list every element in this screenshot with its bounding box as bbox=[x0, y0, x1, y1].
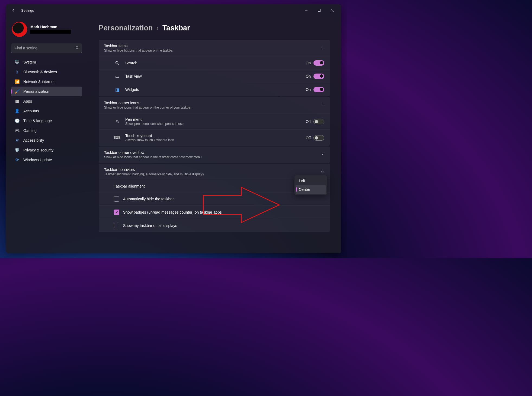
row-search[interactable]: Search On bbox=[99, 56, 330, 69]
profile-name: Mark Hachman bbox=[30, 25, 71, 29]
accessibility-icon: ✲ bbox=[15, 138, 20, 143]
section-corner-icons: Taskbar corner icons Show or hide icons … bbox=[99, 97, 330, 146]
nav-label: Windows Update bbox=[23, 158, 52, 162]
row-label: Widgets bbox=[125, 87, 139, 92]
nav-time-language[interactable]: 🕒Time & language bbox=[11, 116, 82, 126]
row-label: Automatically hide the taskbar bbox=[123, 197, 174, 201]
search-box[interactable] bbox=[11, 43, 82, 53]
search-input[interactable] bbox=[11, 43, 82, 53]
toggle-switch[interactable] bbox=[313, 74, 324, 79]
breadcrumb-parent[interactable]: Personalization bbox=[99, 24, 153, 32]
nav-label: Bluetooth & devices bbox=[23, 70, 57, 74]
dropdown-option-center[interactable]: Center bbox=[296, 185, 326, 194]
shield-icon: 🛡️ bbox=[15, 148, 20, 153]
minimize-button[interactable] bbox=[300, 6, 312, 15]
toggle-switch[interactable] bbox=[313, 87, 324, 92]
row-label: Show my taskbar on all displays bbox=[123, 223, 177, 228]
nav-privacy[interactable]: 🛡️Privacy & security bbox=[11, 145, 82, 155]
row-label: Taskbar alignment bbox=[114, 184, 145, 188]
display-icon: 🖥️ bbox=[15, 60, 20, 65]
nav-label: Personalization bbox=[23, 89, 49, 94]
row-label: Touch keyboard bbox=[125, 134, 174, 138]
nav-personalization[interactable]: 🖌️Personalization bbox=[11, 87, 82, 96]
chevron-up-icon bbox=[321, 169, 324, 174]
svg-point-4 bbox=[116, 62, 118, 64]
titlebar: Settings bbox=[6, 4, 341, 16]
section-sub: Show or hide buttons that appear on the … bbox=[104, 49, 174, 52]
keyboard-icon: ⌨ bbox=[114, 135, 120, 140]
nav-system[interactable]: 🖥️System bbox=[11, 57, 82, 67]
nav-apps[interactable]: ▦Apps bbox=[11, 96, 82, 106]
row-show-all-displays[interactable]: Show my taskbar on all displays bbox=[99, 219, 330, 232]
toggle-switch[interactable] bbox=[313, 135, 324, 141]
nav-bluetooth[interactable]: ᛒBluetooth & devices bbox=[11, 67, 82, 77]
profile-block[interactable]: Mark Hachman bbox=[11, 16, 82, 41]
nav-label: System bbox=[23, 60, 36, 64]
search-icon bbox=[114, 61, 120, 65]
nav-label: Time & language bbox=[23, 119, 52, 123]
back-button[interactable] bbox=[9, 5, 18, 15]
nav-gaming[interactable]: 🎮Gaming bbox=[11, 126, 82, 135]
row-label: Search bbox=[125, 61, 137, 65]
section-title: Taskbar corner overflow bbox=[104, 150, 202, 155]
nav-accounts[interactable]: 👤Accounts bbox=[11, 106, 82, 116]
main-content: Personalization › Taskbar Taskbar items … bbox=[87, 16, 341, 253]
section-header[interactable]: Taskbar corner overflow Show or hide ico… bbox=[99, 147, 330, 163]
toggle-switch[interactable] bbox=[313, 60, 324, 66]
widgets-icon: ◨ bbox=[114, 87, 120, 92]
chevron-right-icon: › bbox=[157, 25, 159, 32]
row-widgets[interactable]: ◨ Widgets On bbox=[99, 83, 330, 96]
chevron-up-icon bbox=[321, 46, 324, 50]
section-title: Taskbar behaviors bbox=[104, 167, 204, 172]
row-label: Pen menu bbox=[125, 117, 184, 122]
window-controls bbox=[300, 6, 338, 15]
nav-label: Accessibility bbox=[23, 138, 44, 142]
row-show-badges[interactable]: Show badges (unread messages counter) on… bbox=[99, 205, 330, 219]
close-icon bbox=[331, 9, 334, 12]
dropdown-menu: Left Center bbox=[294, 175, 327, 195]
dropdown-option-left[interactable]: Left bbox=[296, 176, 326, 185]
section-header[interactable]: Taskbar corner icons Show or hide icons … bbox=[99, 97, 330, 113]
profile-email-redacted bbox=[30, 30, 71, 34]
clock-globe-icon: 🕒 bbox=[15, 118, 20, 123]
row-sub: Show pen menu icon when pen is in use bbox=[125, 122, 184, 126]
bluetooth-icon: ᛒ bbox=[15, 69, 20, 74]
checkbox[interactable] bbox=[114, 210, 119, 215]
chevron-down-icon bbox=[321, 152, 324, 157]
chevron-up-icon bbox=[321, 103, 324, 107]
svg-point-2 bbox=[76, 46, 78, 49]
nav-label: Gaming bbox=[23, 128, 37, 133]
toggle-state: Off bbox=[306, 119, 311, 124]
row-task-view[interactable]: ▭ Task view On bbox=[99, 69, 330, 83]
wifi-icon: 📶 bbox=[15, 79, 20, 84]
nav-network[interactable]: 📶Network & internet bbox=[11, 77, 82, 87]
maximize-button[interactable] bbox=[313, 6, 325, 15]
section-header[interactable]: Taskbar items Show or hide buttons that … bbox=[99, 40, 330, 56]
apps-icon: ▦ bbox=[15, 99, 20, 104]
section-sub: Show or hide icons that appear in the ta… bbox=[104, 155, 202, 159]
row-taskbar-alignment[interactable]: Taskbar alignment Left Center bbox=[99, 180, 330, 192]
close-button[interactable] bbox=[326, 6, 338, 15]
window-title: Settings bbox=[21, 8, 34, 12]
section-behaviors: Taskbar behaviors Taskbar alignment, bad… bbox=[99, 164, 330, 232]
row-label: Task view bbox=[125, 74, 142, 78]
maximize-icon bbox=[318, 9, 321, 12]
section-taskbar-items: Taskbar items Show or hide buttons that … bbox=[99, 40, 330, 96]
toggle-switch[interactable] bbox=[313, 119, 324, 124]
svg-line-3 bbox=[78, 49, 79, 50]
row-pen-menu[interactable]: ✎ Pen menu Show pen menu icon when pen i… bbox=[99, 113, 330, 129]
toggle-state: On bbox=[306, 74, 311, 78]
row-touch-keyboard[interactable]: ⌨ Touch keyboard Always show touch keybo… bbox=[99, 129, 330, 146]
checkbox[interactable] bbox=[114, 223, 119, 228]
nav-windows-update[interactable]: ⟳Windows Update bbox=[11, 155, 82, 165]
nav-list: 🖥️System ᛒBluetooth & devices 📶Network &… bbox=[11, 57, 82, 165]
row-label: Show badges (unread messages counter) on… bbox=[123, 210, 222, 214]
nav-accessibility[interactable]: ✲Accessibility bbox=[11, 135, 82, 145]
toggle-state: On bbox=[306, 87, 311, 92]
pen-icon: ✎ bbox=[114, 119, 120, 124]
section-sub: Taskbar alignment, badging, automaticall… bbox=[104, 172, 204, 176]
nav-label: Apps bbox=[23, 99, 32, 103]
checkbox[interactable] bbox=[114, 196, 119, 202]
section-title: Taskbar corner icons bbox=[104, 101, 191, 105]
sidebar: Mark Hachman 🖥️System ᛒBluetooth & devic… bbox=[6, 16, 87, 253]
